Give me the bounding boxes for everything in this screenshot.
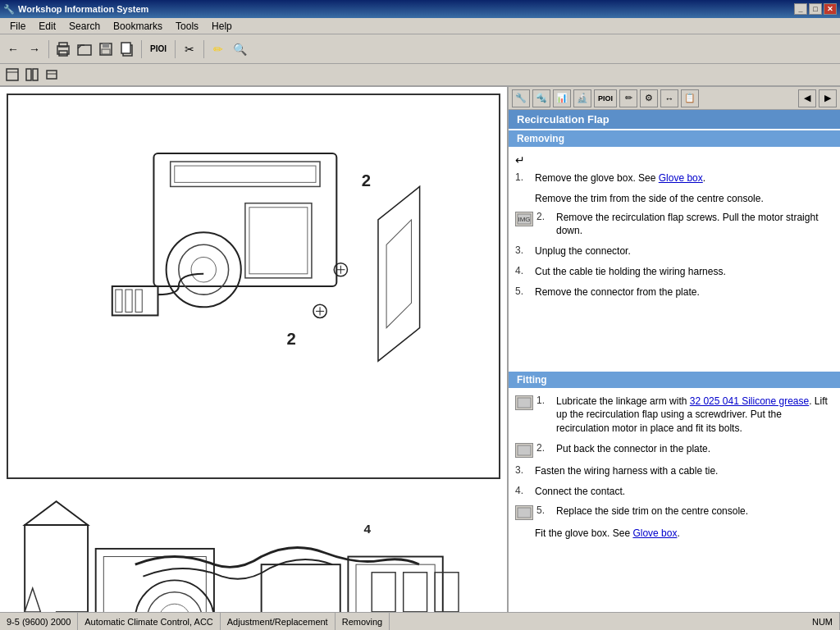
tool-icon-2[interactable]: 🔩	[532, 89, 550, 107]
toolbar-separator-3	[175, 40, 176, 58]
save-button[interactable]	[96, 39, 116, 59]
title-bar: 🔧 Workshop Information System _ □ ✕	[0, 0, 840, 18]
view-btn-3[interactable]	[43, 66, 61, 84]
tool-icon-1[interactable]: 🔧	[512, 89, 530, 107]
fitting-step-4: 4. Connect the contact.	[515, 485, 833, 499]
svg-rect-25	[126, 290, 132, 312]
fitting-step-5: 5. Replace the side trim on the centre c…	[515, 504, 833, 520]
fitting-num-1: 1.	[536, 395, 556, 406]
step-num-1: 1.	[515, 171, 535, 183]
back-button[interactable]: ←	[3, 39, 23, 59]
step-num-4: 4.	[515, 265, 535, 276]
toolbar-separator-1	[48, 40, 49, 58]
menu-edit[interactable]: Edit	[32, 19, 62, 34]
tool-copy[interactable]: 📋	[681, 89, 699, 107]
copy-button[interactable]	[117, 39, 137, 59]
svg-marker-53	[25, 588, 40, 612]
svg-rect-21	[245, 203, 312, 278]
svg-marker-36	[25, 501, 88, 525]
step-text-2: Remove the recirculation flap screws. Pu…	[556, 211, 833, 239]
fitting-num-5: 5.	[536, 504, 556, 516]
status-bar: 9-5 (9600) 2000 Automatic Climate Contro…	[0, 612, 840, 630]
fitting-text-3: Fasten the wiring harness with a cable t…	[535, 464, 718, 478]
view-btn-2[interactable]	[23, 66, 41, 84]
tool-pioi[interactable]: PIOI	[594, 89, 617, 107]
back-arrow-icon: ↵	[515, 153, 525, 167]
maximize-button[interactable]: □	[809, 3, 822, 15]
menu-bookmarks[interactable]: Bookmarks	[107, 19, 169, 34]
main-toolbar: ← → PIOI ✂ ✏ 🔍	[0, 34, 840, 64]
fitting-step-2-icon	[515, 443, 533, 458]
nav-next[interactable]: ▶	[819, 89, 837, 107]
tool-icon-3[interactable]: 📊	[553, 89, 571, 107]
tool-edit[interactable]: ✏	[619, 89, 637, 107]
menu-tools[interactable]: Tools	[169, 19, 205, 34]
svg-rect-11	[26, 69, 31, 80]
fitting-num-2: 2.	[536, 442, 556, 454]
svg-rect-6	[102, 49, 110, 54]
right-top-bar: 🔧 🔩 📊 🔬 PIOI ✏ ⚙ ↔ 📋 ◀ ▶	[509, 87, 840, 110]
fitting-step-5-icon	[515, 505, 533, 520]
menu-bar: File Edit Search Bookmarks Tools Help	[0, 18, 840, 34]
fitting-num-3: 3.	[515, 464, 535, 476]
glove-box-link-1[interactable]: Glove box	[659, 172, 703, 184]
svg-point-39	[135, 580, 214, 612]
highlight-button[interactable]: ✏	[208, 39, 228, 59]
instructions-panel: 🔧 🔩 📊 🔬 PIOI ✏ ⚙ ↔ 📋 ◀ ▶ Recirculation F…	[509, 87, 840, 612]
tool-icon-4[interactable]: 🔬	[573, 89, 591, 107]
svg-text:2: 2	[287, 330, 296, 348]
minimize-button[interactable]: _	[794, 3, 807, 15]
main-area: 2 2	[0, 87, 840, 612]
tool-gear[interactable]: ⚙	[640, 89, 658, 107]
tool-resize[interactable]: ↔	[660, 89, 678, 107]
removing-step-5: 5. Remove the connector from the plate.	[515, 285, 833, 299]
fitting-step-1: 1. Lubricate the linkage arm with 32 025…	[515, 395, 833, 436]
silicone-grease-link[interactable]: 32 025 041 Silicone grease	[690, 395, 809, 407]
forward-button[interactable]: →	[25, 39, 44, 59]
svg-rect-2	[59, 51, 67, 56]
svg-rect-42	[262, 564, 340, 612]
menu-help[interactable]: Help	[205, 19, 239, 34]
removing-step-1: 1. Remove the glove box. See Glove box.	[515, 171, 833, 185]
step-text-4: Cut the cable tie holding the wiring har…	[535, 265, 726, 279]
fitting-text-final: Fit the glove box. See Glove box.	[535, 527, 680, 541]
menu-search[interactable]: Search	[62, 19, 107, 34]
svg-rect-45	[372, 573, 395, 612]
glove-box-link-2[interactable]: Glove box	[632, 527, 677, 539]
removing-step-2: IMG 2. Remove the recirculation flap scr…	[515, 211, 833, 239]
title-bar-left: 🔧 Workshop Information System	[3, 4, 148, 15]
close-button[interactable]: ✕	[824, 3, 837, 15]
fitting-text-5: Replace the side trim on the centre cons…	[556, 504, 748, 518]
view-btn-1[interactable]	[3, 66, 21, 84]
svg-rect-47	[435, 573, 459, 612]
diagram-top: 2 2	[7, 94, 500, 479]
open-button[interactable]	[75, 39, 94, 59]
print-button[interactable]	[53, 39, 73, 59]
fitting-step-2: 2. Put back the connector in the plate.	[515, 442, 833, 458]
zoom-button[interactable]: 🔍	[230, 39, 249, 59]
removing-step-4: 4. Cut the cable tie holding the wiring …	[515, 265, 833, 279]
svg-rect-23	[112, 286, 158, 315]
diagram-bottom: 4 3,5 E870R179 🔍 🔍	[7, 486, 500, 612]
removing-header: Removing	[509, 130, 840, 147]
step-text-1: Remove the glove box. See Glove box.	[535, 171, 705, 185]
svg-rect-58	[518, 508, 531, 518]
step-text-5: Remove the connector from the plate.	[535, 285, 700, 299]
svg-text:2: 2	[362, 171, 371, 189]
step-1-sub: Remove the trim from the side of the cen…	[535, 192, 833, 206]
fitting-text-1: Lubricate the linkage arm with 32 025 04…	[556, 395, 833, 436]
step-num-5: 5.	[515, 285, 535, 297]
svg-point-20	[191, 258, 216, 282]
svg-rect-9	[7, 69, 18, 80]
menu-file[interactable]: File	[3, 19, 32, 34]
svg-rect-24	[116, 290, 122, 312]
step-2-icon: IMG	[515, 212, 533, 226]
scissors-button[interactable]: ✂	[180, 39, 199, 59]
fitting-text-2: Put back the connector in the plate.	[556, 442, 710, 456]
svg-text:IMG: IMG	[518, 216, 530, 223]
fitting-content: 1. Lubricate the linkage arm with 32 025…	[509, 391, 840, 613]
fitting-num-4: 4.	[515, 485, 535, 496]
pioi-button[interactable]: PIOI	[146, 39, 171, 59]
fitting-step-1-icon	[515, 395, 533, 410]
nav-prev[interactable]: ◀	[798, 89, 816, 107]
